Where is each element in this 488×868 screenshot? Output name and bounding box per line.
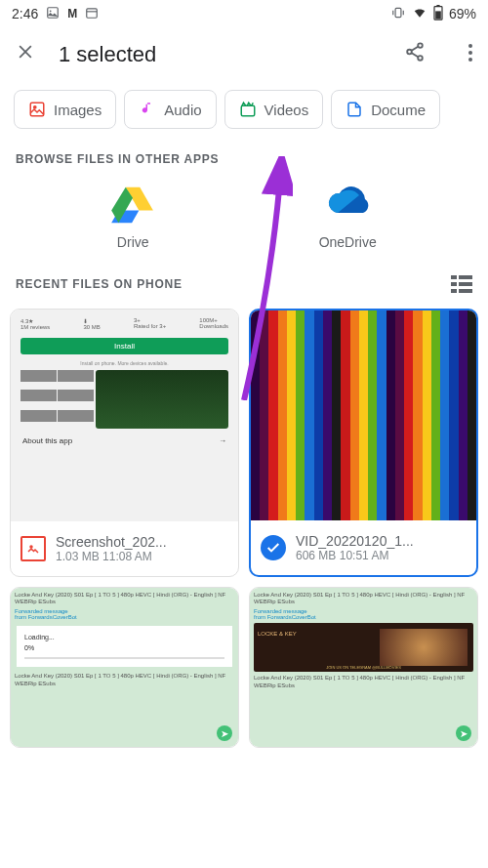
calendar-notif-icon — [85, 6, 99, 22]
svg-rect-2 — [87, 8, 98, 17]
filter-chips-row: Images Audio Videos Docume — [0, 82, 488, 143]
chip-label: Docume — [371, 102, 426, 118]
vibrate-icon — [390, 6, 406, 22]
chip-documents[interactable]: Docume — [331, 90, 440, 129]
selected-check-icon — [261, 535, 286, 560]
music-note-icon — [139, 101, 156, 118]
svg-point-17 — [468, 44, 472, 48]
svg-rect-9 — [435, 11, 441, 19]
file-card-selected[interactable]: VID_20220120_1... 606 MB 10:51 AM — [249, 309, 478, 577]
file-thumbnail — [251, 310, 476, 520]
chip-images[interactable]: Images — [14, 90, 116, 129]
file-thumbnail: Locke And Key (2020) S01 Ep [ 1 TO 5 ] 4… — [250, 588, 477, 747]
app-onedrive[interactable]: OneDrive — [319, 186, 377, 250]
statusbar: 2:46 M 69% — [0, 0, 488, 27]
recent-files-heading: RECENT FILES ON PHONE — [16, 277, 183, 291]
header-bar: 1 selected — [0, 27, 488, 82]
battery-icon — [433, 5, 443, 23]
file-card[interactable]: Locke And Key (2020) S01 Ep [ 1 TO 5 ] 4… — [249, 587, 478, 748]
document-icon — [346, 101, 363, 118]
close-icon[interactable] — [16, 42, 35, 67]
send-icon: ➤ — [217, 725, 232, 741]
gmail-notif-icon: M — [67, 7, 77, 21]
app-label: Drive — [117, 234, 149, 250]
file-meta: 606 MB 10:51 AM — [296, 549, 467, 562]
svg-rect-4 — [395, 8, 401, 17]
chip-label: Audio — [164, 102, 201, 118]
svg-point-21 — [34, 106, 36, 108]
more-icon[interactable] — [468, 42, 472, 67]
svg-line-15 — [411, 47, 418, 52]
page-title: 1 selected — [59, 42, 361, 67]
files-grid: 4.3★1M reviews ⬇30 MB 3+Rated for 3+ 100… — [0, 303, 488, 754]
image-file-icon — [20, 536, 46, 561]
app-label: OneDrive — [319, 234, 377, 250]
file-meta: 1.03 MB 11:08 AM — [56, 550, 228, 563]
file-thumbnail: 4.3★1M reviews ⬇30 MB 3+Rated for 3+ 100… — [11, 310, 238, 521]
svg-rect-26 — [459, 282, 472, 286]
svg-point-18 — [468, 51, 472, 55]
wifi-icon — [412, 6, 427, 22]
svg-rect-23 — [451, 275, 457, 279]
movie-icon — [239, 101, 257, 118]
status-time: 2:46 — [12, 6, 38, 21]
file-name: Screenshot_202... — [56, 534, 228, 550]
file-name: VID_20220120_1... — [296, 533, 467, 549]
battery-pct: 69% — [449, 6, 476, 21]
google-drive-icon — [111, 186, 154, 225]
svg-point-1 — [50, 10, 52, 12]
image-notif-icon — [46, 6, 60, 22]
svg-rect-20 — [30, 103, 44, 116]
send-icon: ➤ — [456, 725, 471, 741]
chip-audio[interactable]: Audio — [124, 90, 216, 129]
file-card[interactable]: 4.3★1M reviews ⬇30 MB 3+Rated for 3+ 100… — [10, 309, 239, 577]
chip-label: Images — [54, 102, 102, 118]
apps-row: Drive OneDrive — [0, 178, 488, 271]
svg-rect-25 — [451, 282, 457, 286]
svg-point-19 — [468, 58, 472, 62]
file-thumbnail: Locke And Key (2020) S01 Ep [ 1 TO 5 ] 4… — [11, 588, 238, 747]
app-drive[interactable]: Drive — [111, 186, 154, 250]
svg-rect-27 — [451, 289, 457, 293]
list-view-toggle-icon[interactable] — [451, 275, 472, 293]
onedrive-icon — [326, 186, 369, 225]
svg-rect-8 — [436, 5, 439, 7]
chip-label: Videos — [264, 102, 309, 118]
svg-rect-24 — [459, 275, 472, 279]
chip-videos[interactable]: Videos — [224, 90, 324, 129]
svg-point-29 — [30, 546, 32, 548]
svg-rect-28 — [459, 289, 472, 293]
share-icon[interactable] — [404, 41, 426, 68]
svg-rect-22 — [241, 105, 255, 116]
svg-line-16 — [411, 53, 418, 58]
image-icon — [28, 101, 46, 118]
browse-apps-heading: BROWSE FILES IN OTHER APPS — [0, 143, 488, 178]
file-card[interactable]: Locke And Key (2020) S01 Ep [ 1 TO 5 ] 4… — [10, 587, 239, 748]
